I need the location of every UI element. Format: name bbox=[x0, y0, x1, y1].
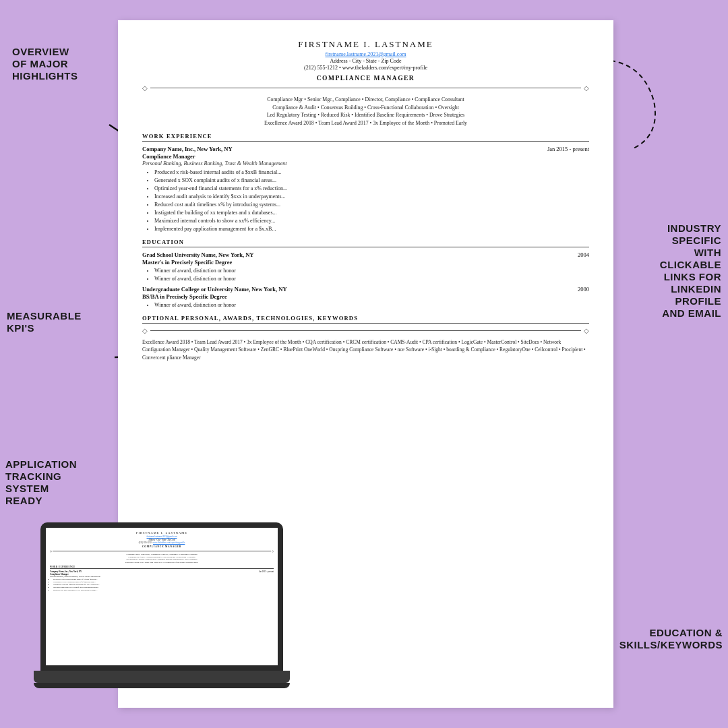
bullet-2: Generated x SOX complaint audits of x fi… bbox=[154, 177, 589, 185]
job-1-header: Company Name, Inc., New York, NY Jan 201… bbox=[142, 146, 589, 152]
bullet-1: Produced x risk-based internal audits of… bbox=[154, 169, 589, 177]
annotation-overview: OVERVIEW OF MAJOR HIGHLIGHTS bbox=[12, 46, 110, 82]
mini-job-title: Compliance Manager bbox=[50, 573, 274, 576]
bullet-6: Instigated the building of xx templates … bbox=[154, 209, 589, 217]
laptop-mockup: FIRSTNAME I. LASTNAME firstname.lastname… bbox=[34, 522, 290, 704]
annotation-ats: APPLICATION TRACKING SYSTEM READY bbox=[5, 458, 113, 507]
keywords-block: Compliance Mgr • Senior Mgr., Compliance… bbox=[142, 96, 589, 127]
optional-diamond-right: ◇ bbox=[584, 327, 589, 334]
laptop-screen-outer: FIRSTNAME I. LASTNAME firstname.lastname… bbox=[40, 522, 283, 671]
optional-header: OPTIONAL PERSONAL, AWARDS, TECHNOLOGIES,… bbox=[142, 315, 589, 324]
resume-title: COMPLIANCE MANAGER bbox=[142, 75, 589, 82]
laptop-base bbox=[34, 671, 290, 683]
mini-bullets: Produced x risk-based internal audits of… bbox=[50, 578, 274, 592]
edu-1-header: Grad School University Name, New York, N… bbox=[142, 251, 589, 258]
edu-1-bullet-2: Winner of award, distinction or honor bbox=[154, 275, 589, 283]
edu-2-degree: BS/BA in Precisely Specific Degree bbox=[142, 293, 589, 300]
title-divider: ◇ ◇ bbox=[142, 84, 589, 92]
job-1-title: Compliance Manager bbox=[142, 153, 589, 160]
resume-contact: (212) 555-1212 • www.theladders.com/expe… bbox=[142, 65, 589, 71]
mini-email[interactable]: firstname.lastname.2021@gmail.com bbox=[50, 535, 274, 538]
annotation-measurable: MEASURABLE KPI'S bbox=[7, 310, 115, 334]
optional-keywords: Excellence Award 2018 • Team Lead Award … bbox=[142, 338, 589, 362]
mini-divider: ◇◇ bbox=[50, 549, 274, 553]
edu-1-bullet-1: Winner of award, distinction or honor bbox=[154, 267, 589, 275]
bullet-5: Reduced cost audit timelines x% by intro… bbox=[154, 201, 589, 209]
optional-diamond-left: ◇ bbox=[142, 327, 148, 334]
mini-job-subtitle: Personal Banking, Business Banking, Trus… bbox=[50, 576, 274, 578]
edu-2-year: 2000 bbox=[578, 286, 589, 293]
bullet-4: Increased audit analysis to identify $xx… bbox=[154, 193, 589, 201]
bullet-7: Maximized internal controls to show a xx… bbox=[154, 217, 589, 225]
education-header: EDUCATION bbox=[142, 239, 589, 247]
annotation-industry: INDUSTRY SPECIFIC WITH CLICKABLE LINKS F… bbox=[610, 222, 721, 320]
resume-address: Address - City - State - Zip Code bbox=[142, 58, 589, 64]
edu-1-bullets: Winner of award, distinction or honor Wi… bbox=[142, 267, 589, 283]
job-1-subtitle: Personal Banking, Business Banking, Trus… bbox=[142, 160, 589, 166]
annotation-education: EDUCATION & SKILLS/KEYWORDS bbox=[611, 627, 723, 651]
resume-name: FIRSTNAME I. LASTNAME bbox=[142, 39, 589, 50]
mini-work-header: WORK EXPERIENCE bbox=[50, 566, 274, 570]
laptop-screen-inner: FIRSTNAME I. LASTNAME firstname.lastname… bbox=[46, 528, 278, 665]
resume-email-link[interactable]: firstname.lastname.2021@gmail.com bbox=[142, 51, 589, 57]
work-experience-header: WORK EXPERIENCE bbox=[142, 133, 589, 142]
optional-divider: ◇ ◇ bbox=[142, 327, 589, 334]
optional-line bbox=[150, 330, 581, 331]
bullet-3: Optimized year-end financial statements … bbox=[154, 185, 589, 193]
laptop-foot bbox=[34, 683, 290, 688]
job-1-date: Jan 2015 - present bbox=[547, 146, 589, 152]
diamond-left: ◇ bbox=[142, 84, 148, 92]
edu-2-bullets: Winner of award, distinction or honor bbox=[142, 301, 589, 309]
edu-2-bullet-1: Winner of award, distinction or honor bbox=[154, 301, 589, 309]
edu-2-header: Undergraduate College or University Name… bbox=[142, 286, 589, 293]
bullet-8: Implemented pay application management f… bbox=[154, 225, 589, 233]
mini-contact: (212) 555-1212 • www.theladders.com/expe… bbox=[50, 541, 274, 544]
edu-1-degree: Master's in Precisely Specific Degree bbox=[142, 259, 589, 266]
mini-keywords: Compliance Mgr • Senior Mgr., Compliance… bbox=[50, 553, 274, 564]
mini-title: COMPLIANCE MANAGER bbox=[50, 545, 274, 548]
job-1-bullets: Produced x risk-based internal audits of… bbox=[142, 169, 589, 233]
edu-1-school: Grad School University Name, New York, N… bbox=[142, 251, 253, 258]
mini-address: Address - City - State - Zip Code bbox=[50, 539, 274, 541]
job-1-company: Company Name, Inc., New York, NY bbox=[142, 146, 233, 152]
edu-2-school: Undergraduate College or University Name… bbox=[142, 286, 287, 293]
resume-title-section: COMPLIANCE MANAGER bbox=[142, 75, 589, 82]
mini-resume-name: FIRSTNAME I. LASTNAME bbox=[50, 531, 274, 535]
diamond-right: ◇ bbox=[584, 84, 589, 92]
edu-1-year: 2004 bbox=[578, 251, 589, 258]
divider-line-left bbox=[150, 88, 581, 88]
